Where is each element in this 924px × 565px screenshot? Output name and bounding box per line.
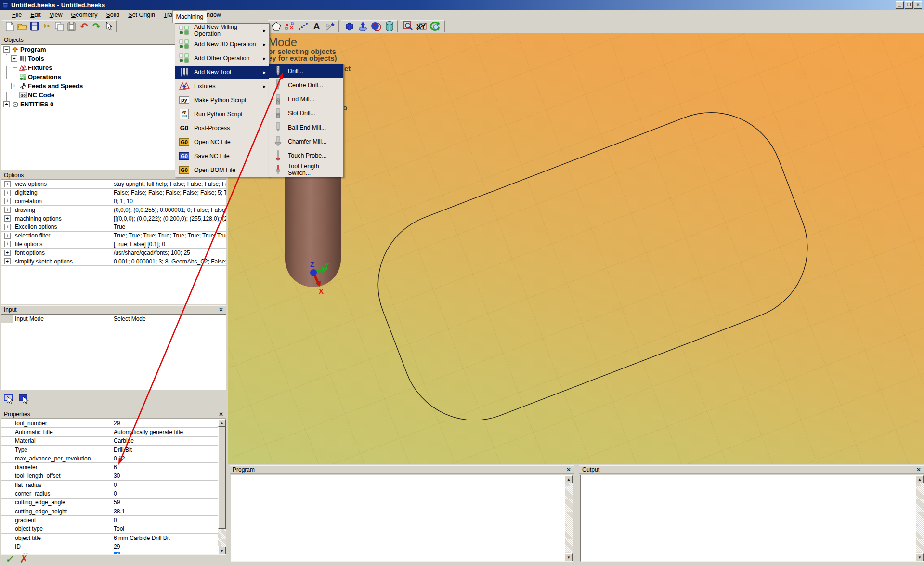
option-row[interactable]: + view optionsstay upright; full help; F…	[1, 180, 226, 189]
property-row-visible[interactable]: visible	[1, 551, 218, 554]
menu-item-open-nc-file[interactable]: G0 Open NC File	[175, 135, 269, 149]
option-row[interactable]: + digitizingFalse; False; False; False; …	[1, 189, 226, 197]
menu-item-add-new-tool[interactable]: Add New Tool ▸	[175, 66, 269, 79]
visible-checkbox[interactable]	[114, 552, 120, 554]
redo-icon[interactable]: ↷	[91, 21, 102, 32]
menu-item-run-python-script[interactable]: pyG0 Run Python Script	[175, 107, 269, 121]
digitize-points-icon[interactable]	[284, 21, 296, 32]
cancel-cross-icon[interactable]: ✗	[19, 553, 28, 565]
maximize-button[interactable]: ❐	[905, 1, 913, 9]
close-icon[interactable]: ✕	[219, 411, 223, 417]
menu-item-open-bom-file[interactable]: G0 Open BOM File	[175, 163, 269, 177]
close-icon[interactable]: ✕	[916, 466, 921, 473]
scroll-up-icon[interactable]: ▲	[218, 419, 226, 427]
property-row[interactable]: Automatic TitleAutomatically generate ti…	[1, 428, 218, 436]
expand-expander-icon[interactable]: +	[11, 83, 17, 89]
open-file-icon[interactable]	[17, 21, 28, 32]
program-text-area[interactable]: ▲ ▼	[231, 475, 573, 562]
minimize-button[interactable]: _	[896, 1, 904, 9]
xy-plane-view-icon[interactable]: XY	[416, 21, 428, 32]
scroll-up-icon[interactable]: ▲	[565, 475, 573, 483]
submenu-item-end-mill[interactable]: End Mill...	[269, 92, 343, 106]
menu-machining[interactable]: Machining	[172, 10, 207, 23]
property-row[interactable]: tool_number29	[1, 419, 218, 428]
close-icon[interactable]: ✕	[219, 307, 223, 313]
property-row[interactable]: object typeTool	[1, 525, 218, 534]
property-row[interactable]: gradient0	[1, 516, 218, 525]
property-row[interactable]: max_advance_per_revolution0.12	[1, 454, 218, 463]
expand-icon[interactable]: +	[4, 198, 11, 204]
line-segments-icon[interactable]	[297, 21, 309, 32]
menu-item-add-other-operation[interactable]: Add Other Operation ▸	[175, 52, 269, 66]
expand-icon[interactable]: +	[4, 233, 11, 239]
program-scrollbar[interactable]: ▲ ▼	[565, 475, 573, 561]
menu-solid[interactable]: Solid	[102, 11, 123, 19]
gripper-wand-icon[interactable]	[324, 21, 336, 32]
expand-icon[interactable]: +	[4, 250, 11, 256]
menu-geometry[interactable]: Geometry	[67, 11, 102, 19]
expand-icon[interactable]: +	[4, 258, 11, 264]
expand-icon[interactable]: +	[4, 241, 11, 247]
sphere-icon[interactable]	[370, 21, 382, 32]
cube-icon[interactable]	[343, 21, 355, 32]
submenu-item-centre-drill[interactable]: Centre Drill...	[269, 78, 343, 92]
option-row[interactable]: + machining options[[(0,0,0); (0,0,222);…	[1, 214, 226, 223]
expand-expander-icon[interactable]: +	[11, 55, 17, 62]
submenu-item-ball-end-mill[interactable]: Ball End Mill...	[269, 120, 343, 134]
property-row-diameter[interactable]: diameter6	[1, 463, 218, 472]
scroll-down-icon[interactable]: ▼	[565, 553, 573, 561]
pick-window-icon[interactable]	[18, 393, 30, 404]
close-icon[interactable]: ✕	[566, 466, 571, 473]
collapse-expander-icon[interactable]: −	[3, 46, 10, 53]
option-row[interactable]: + simplify sketch options0.001; 0.000001…	[1, 257, 226, 266]
option-row[interactable]: + correlation0; 1; 10	[1, 197, 226, 206]
menu-item-add-new-milling-operation[interactable]: Add New Milling Operation ▸	[175, 24, 269, 38]
property-row[interactable]: cutting_edge_height38.1	[1, 507, 218, 516]
text-tool-icon[interactable]: A	[311, 21, 323, 32]
menu-edit[interactable]: Edit	[26, 11, 45, 19]
property-row[interactable]: tool_length_offset30	[1, 472, 218, 481]
option-row[interactable]: + selection filterTrue; True; True; True…	[1, 232, 226, 240]
rotate-view-icon[interactable]	[429, 21, 441, 32]
scroll-up-icon[interactable]: ▲	[916, 475, 924, 483]
menu-file[interactable]: File	[8, 11, 26, 19]
submenu-item-slot-drill[interactable]: Slot Drill...	[269, 106, 343, 120]
menu-item-post-process[interactable]: G0 Post-Process	[175, 121, 269, 135]
submenu-item-touch-probe[interactable]: Touch Probe...	[269, 149, 343, 163]
option-row[interactable]: + font options/usr/share/qcad/fonts; 100…	[1, 249, 226, 257]
expand-expander-icon[interactable]: +	[3, 101, 10, 107]
submenu-item-tool-length-switch[interactable]: Tool Length Switch...	[269, 163, 343, 177]
menu-item-fixtures[interactable]: Fixtures ▸	[175, 79, 269, 93]
property-row[interactable]: corner_radius0	[1, 489, 218, 498]
zoom-window-icon[interactable]	[402, 21, 414, 32]
expand-icon[interactable]: +	[4, 190, 11, 196]
output-text-area[interactable]: ▲ ▼	[580, 475, 924, 562]
input-mode-row[interactable]: Input Mode Select Mode	[1, 315, 226, 323]
property-row[interactable]: TypeDrill Bit	[1, 446, 218, 454]
property-row[interactable]: object title6 mm Carbide Drill Bit	[1, 534, 218, 542]
cut-icon[interactable]: ✂	[41, 21, 52, 32]
cylinder-icon[interactable]	[383, 21, 395, 32]
scrollbar-thumb[interactable]	[218, 427, 226, 529]
new-file-icon[interactable]	[4, 21, 15, 32]
menu-item-save-nc-file[interactable]: G0 Save NC File	[175, 149, 269, 163]
save-icon[interactable]	[29, 21, 40, 32]
extrude-icon[interactable]	[357, 21, 369, 32]
expand-icon[interactable]: +	[4, 181, 11, 187]
menu-item-add-new-3d-operation[interactable]: Add New 3D Operation ▸	[175, 38, 269, 52]
option-row[interactable]: + drawing(0,0,0); (0,0,255); 0.000001; 0…	[1, 206, 226, 214]
menu-item-make-python-script[interactable]: py Make Python Script	[175, 93, 269, 107]
option-row[interactable]: + Excellon optionsTrue	[1, 223, 226, 232]
menu-view[interactable]: View	[46, 11, 66, 19]
submenu-item-chamfer-mill[interactable]: Chamfer Mill...	[269, 134, 343, 148]
submenu-item-drill[interactable]: Drill...	[269, 64, 343, 78]
scroll-down-icon[interactable]: ▼	[916, 553, 924, 561]
expand-icon[interactable]: +	[4, 224, 11, 230]
expand-icon[interactable]: +	[4, 207, 11, 213]
undo-icon[interactable]: ↶	[78, 21, 90, 32]
property-row[interactable]: cutting_edge_angle59	[1, 499, 218, 507]
expand-icon[interactable]: +	[4, 215, 11, 222]
polygon-sketch-icon[interactable]	[270, 21, 282, 32]
menu-set-origin[interactable]: Set Origin	[124, 11, 159, 19]
select-pointer-icon[interactable]	[103, 21, 114, 32]
